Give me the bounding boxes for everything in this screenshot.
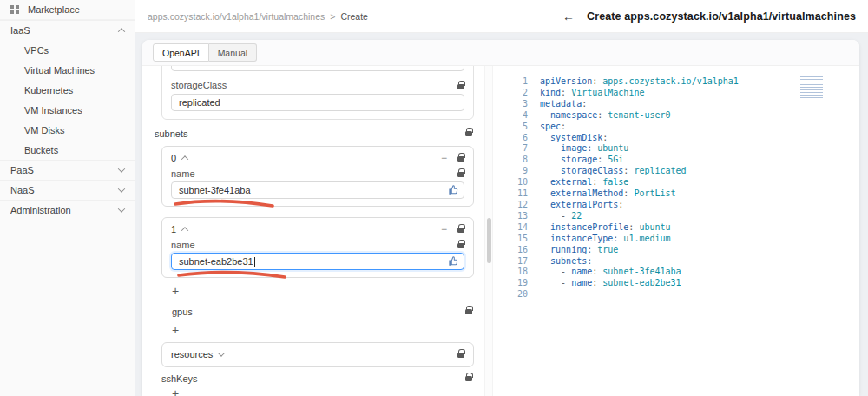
code-line: 20	[509, 289, 852, 300]
gpus-label: gpus	[172, 307, 193, 317]
minimap[interactable]	[800, 76, 823, 100]
lock-icon	[457, 172, 464, 177]
yaml-editor[interactable]: 1apiVersion: apps.cozystack.io/v1alpha12…	[492, 66, 859, 396]
ssh-keys-label: sshKeys	[161, 373, 198, 384]
subnet-item-0: 0 − name subnet-3fe41aba	[161, 146, 474, 207]
lock-icon	[465, 376, 472, 381]
lock-icon	[465, 131, 472, 136]
subnet-1-value: subnet-eab2be31	[179, 256, 253, 267]
tab-openapi[interactable]: OpenAPI	[153, 43, 209, 62]
sidebar-group-iaas[interactable]: IaaS	[0, 20, 135, 40]
storage-class-label: storageClass	[171, 80, 227, 90]
code-line: 18 - name: subnet-3fe41aba	[509, 267, 852, 278]
like-icon[interactable]	[448, 255, 459, 267]
code-line: 15 instanceType: u1.medium	[509, 234, 852, 245]
sidebar-group-administration[interactable]: Administration	[0, 200, 135, 220]
sidebar-item-label: VPCs	[24, 45, 49, 56]
breadcrumb-separator: >	[330, 11, 335, 22]
sidebar-item-label: Buckets	[24, 145, 58, 155]
chevron-up-icon	[181, 155, 188, 162]
code-line: 12 externalPorts:	[509, 200, 852, 211]
lock-icon	[457, 228, 464, 233]
name-label: name	[171, 168, 195, 179]
code-line: 5spec:	[509, 122, 852, 133]
breadcrumb: apps.cozystack.io/v1alpha1/virtualmachin…	[148, 11, 368, 22]
breadcrumb-current: Create	[340, 11, 368, 22]
page-title: Create apps.cozystack.io/v1alpha1/virtua…	[587, 10, 856, 23]
sidebar-item-vm-instances[interactable]: VM Instances	[0, 100, 135, 120]
sidebar-group-label: PaaS	[10, 165, 34, 175]
tab-manual[interactable]: Manual	[209, 43, 257, 62]
subnet-1-name-input[interactable]: subnet-eab2be31	[171, 253, 464, 270]
annotation-stroke	[176, 268, 287, 280]
subnet-0-value: subnet-3fe41aba	[179, 185, 251, 195]
add-ssh-key-button[interactable]: +	[172, 387, 179, 396]
form-scrollbar	[484, 66, 492, 396]
lock-icon	[465, 309, 472, 314]
sidebar-item-kubernetes[interactable]: Kubernetes	[0, 80, 135, 100]
sidebar-item-vpcs[interactable]: VPCs	[0, 40, 135, 60]
code-line: 9 storageClass: replicated	[509, 166, 852, 177]
main-content: OpenAPI Manual 5Gi storageClass replicat…	[135, 33, 868, 396]
system-disk-card: 5Gi storageClass replicated	[161, 66, 474, 120]
tab-bar: OpenAPI Manual	[142, 40, 859, 66]
resources-label: resources	[171, 349, 213, 360]
code-line: 7 image: ubuntu	[509, 143, 852, 155]
resources-header[interactable]: resources	[171, 348, 464, 360]
subnet-item-1-header[interactable]: 1 −	[171, 223, 464, 234]
sidebar-item-marketplace[interactable]: Marketplace	[0, 0, 135, 20]
code-line: 17 subnets:	[509, 256, 852, 267]
scrollbar-thumb[interactable]	[487, 218, 491, 263]
sidebar-group-label: NaaS	[10, 185, 35, 195]
like-icon[interactable]	[448, 184, 459, 195]
sidebar-item-virtual-machines[interactable]: Virtual Machines	[0, 60, 135, 80]
code-line: 14 instanceProfile: ubuntu	[509, 222, 852, 234]
storage-value: 5Gi	[179, 66, 194, 68]
sidebar-item-vm-disks[interactable]: VM Disks	[0, 120, 135, 140]
sidebar-item-label: Virtual Machines	[24, 65, 95, 76]
sidebar-item-label: Kubernetes	[24, 85, 73, 96]
lock-icon	[457, 156, 464, 162]
lock-icon	[457, 84, 464, 89]
chevron-down-icon	[118, 165, 125, 172]
storage-input[interactable]: 5Gi	[171, 66, 464, 71]
chevron-down-icon	[118, 205, 125, 212]
chevron-up-icon	[118, 28, 125, 35]
code-line: 13 - 22	[509, 211, 852, 222]
sidebar-group-naas[interactable]: NaaS	[0, 180, 135, 200]
top-bar: apps.cozystack.io/v1alpha1/virtualmachin…	[135, 0, 868, 33]
sidebar-item-label: VM Disks	[24, 125, 64, 135]
chevron-up-icon	[181, 227, 188, 234]
name-label: name	[171, 240, 195, 250]
item-index: 0	[171, 153, 176, 163]
subnet-0-name-input[interactable]: subnet-3fe41aba	[171, 182, 464, 199]
code-line: 10 external: false	[509, 177, 852, 188]
sidebar-item-label: VM Instances	[24, 105, 82, 116]
code-line: 4 namespace: tenant-user0	[509, 110, 852, 122]
sidebar-group-label: IaaS	[10, 25, 30, 36]
item-index: 1	[171, 224, 176, 234]
resources-card: resources	[161, 342, 474, 367]
breadcrumb-path[interactable]: apps.cozystack.io/v1alpha1/virtualmachin…	[148, 11, 325, 22]
storage-class-value: replicated	[179, 97, 220, 108]
sidebar-group-paas[interactable]: PaaS	[0, 160, 135, 180]
code-content: 1apiVersion: apps.cozystack.io/v1alpha12…	[509, 76, 852, 300]
sidebar-item-buckets[interactable]: Buckets	[0, 140, 135, 160]
code-line: 11 externalMethod: PortList	[509, 188, 852, 200]
subnet-item-0-header[interactable]: 0 −	[171, 152, 464, 163]
add-gpu-button[interactable]: +	[172, 324, 179, 337]
storage-class-input[interactable]: replicated	[171, 94, 464, 111]
code-line: 6 systemDisk:	[509, 133, 852, 144]
sidebar-item-label: Marketplace	[28, 4, 80, 15]
subnet-item-1: 1 − name subnet-eab2be31	[161, 217, 474, 278]
remove-item-button[interactable]: −	[441, 225, 447, 234]
lock-icon	[457, 243, 464, 248]
chevron-down-icon	[218, 349, 225, 356]
back-arrow-icon[interactable]: ←	[562, 10, 575, 23]
code-line: 3metadata:	[509, 99, 852, 110]
chevron-down-icon	[118, 185, 125, 192]
add-subnet-button[interactable]: +	[172, 285, 179, 298]
remove-item-button[interactable]: −	[441, 154, 447, 162]
code-line: 8 storage: 5Gi	[509, 155, 852, 166]
annotation-stroke	[173, 197, 275, 209]
